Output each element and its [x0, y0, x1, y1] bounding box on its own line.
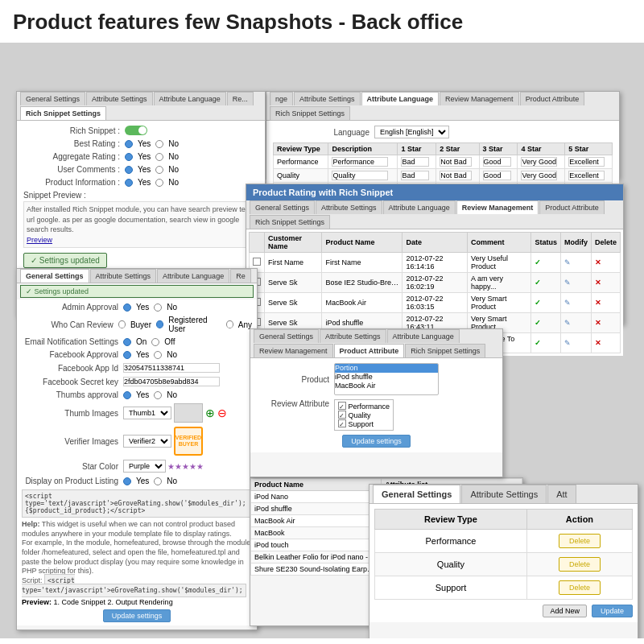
- status-check: ✓: [535, 339, 541, 347]
- buyer-radio[interactable]: [118, 320, 126, 328]
- qual-desc-input[interactable]: [332, 171, 388, 180]
- tab-gen-b[interactable]: General Settings: [373, 485, 460, 503]
- preview-link[interactable]: Preview: [27, 236, 52, 244]
- user-comments-no[interactable]: [155, 166, 163, 174]
- perf-1star[interactable]: [401, 157, 429, 167]
- perf-5star[interactable]: [568, 157, 605, 167]
- delete-button[interactable]: ✕: [595, 279, 601, 287]
- attr-qual-check[interactable]: [338, 411, 346, 419]
- tab-re[interactable]: Re...: [227, 92, 254, 105]
- tab-attr-language[interactable]: Attribute Language: [361, 92, 440, 105]
- language-select[interactable]: English [English]: [374, 126, 449, 138]
- modify-button[interactable]: ✎: [564, 279, 571, 287]
- gensettings-update-button[interactable]: Update settings: [103, 609, 171, 622]
- delete-button[interactable]: ✕: [595, 339, 601, 347]
- tab-attr-s[interactable]: Attribute Settings: [86, 92, 153, 105]
- verifier-select[interactable]: Verifier2: [123, 435, 171, 448]
- tab-rich-pa[interactable]: Rich Snippet Settings: [405, 344, 485, 357]
- tab-attr-l[interactable]: Attribute Language: [154, 92, 226, 105]
- tab-rev-pa[interactable]: Review Management: [254, 344, 333, 357]
- fb-no[interactable]: [154, 351, 162, 359]
- qual-3star[interactable]: [483, 171, 511, 180]
- perf-4star[interactable]: [521, 157, 557, 167]
- add-new-button[interactable]: Add New: [543, 605, 587, 617]
- reguser-radio[interactable]: [156, 320, 163, 328]
- tab-attr-gs[interactable]: Attribute Settings: [90, 269, 157, 283]
- prodattr-update-button[interactable]: Update settings: [342, 435, 411, 448]
- display-no[interactable]: [154, 477, 162, 485]
- modify-button[interactable]: ✎: [564, 319, 571, 327]
- admin-no[interactable]: [154, 303, 162, 312]
- tab-gen-pa[interactable]: General Settings: [254, 329, 319, 343]
- remove-thumb-icon[interactable]: ⊖: [217, 407, 227, 419]
- perf-3star[interactable]: [483, 157, 511, 167]
- tab-attr-set[interactable]: Attribute Settings: [316, 200, 382, 214]
- user-comments-yes[interactable]: [125, 166, 133, 174]
- tab-attr-b[interactable]: Attribute Settings: [461, 485, 547, 503]
- fb-appid-input[interactable]: [123, 363, 220, 373]
- tab-review-m[interactable]: Review Management: [456, 200, 539, 214]
- thumbs-yes[interactable]: [123, 391, 131, 399]
- delete-perf-button[interactable]: Delete: [559, 534, 601, 548]
- tab-attr-pa[interactable]: Attribute Settings: [320, 329, 386, 343]
- tab-prod-a[interactable]: Product Attribute: [539, 200, 605, 214]
- delete-button[interactable]: ✕: [595, 258, 601, 266]
- tab-rich-snippet[interactable]: Rich Snippet Settings: [270, 106, 350, 120]
- col-review-type: Review Type: [274, 143, 328, 155]
- tab-attr-settings[interactable]: Attribute Settings: [294, 92, 361, 105]
- display-yes[interactable]: [123, 477, 131, 485]
- fb-yes[interactable]: [123, 351, 131, 359]
- aggregate-no[interactable]: [155, 153, 163, 161]
- fb-secret-input[interactable]: [123, 377, 220, 386]
- tab-product-attr[interactable]: Product Attribute: [520, 92, 585, 105]
- fb-secret-row: Facebook Secret key: [22, 377, 252, 386]
- add-thumb-icon[interactable]: ⊕: [205, 407, 215, 419]
- best-rating-no[interactable]: [155, 140, 163, 148]
- any-radio[interactable]: [226, 320, 233, 328]
- on-radio[interactable]: [123, 338, 131, 346]
- qual-5star[interactable]: [568, 171, 605, 180]
- thumb-select[interactable]: Thumb1: [123, 407, 171, 419]
- delete-supp-button[interactable]: Delete: [559, 580, 601, 595]
- modify-button[interactable]: ✎: [564, 258, 571, 266]
- delete-qual-button[interactable]: Delete: [559, 557, 601, 572]
- tab-rich-snip[interactable]: Rich Snippet Settings: [250, 215, 330, 229]
- admin-yes[interactable]: [123, 303, 131, 312]
- modify-button[interactable]: ✎: [564, 339, 571, 347]
- aggregate-yes[interactable]: [125, 153, 133, 161]
- tab-attr-lang[interactable]: Attribute Language: [383, 200, 456, 214]
- attr-supp-check[interactable]: [338, 419, 346, 427]
- qual-1star[interactable]: [401, 171, 429, 180]
- delete-button[interactable]: ✕: [595, 319, 601, 327]
- tab-gen[interactable]: General Settings: [20, 92, 85, 105]
- bottom-update-button[interactable]: Update: [592, 605, 633, 617]
- tab-gen-gs[interactable]: General Settings: [20, 269, 89, 283]
- tab-re-gs[interactable]: Re: [230, 269, 251, 283]
- best-rating-yes[interactable]: [125, 140, 133, 148]
- row-checkbox[interactable]: [253, 258, 261, 266]
- perf-desc-input[interactable]: [332, 157, 388, 167]
- off-radio[interactable]: [151, 338, 159, 346]
- tab-review-mgmt[interactable]: Review Management: [440, 92, 519, 105]
- script-area[interactable]: <script type='text/javascript'>eGroveRat…: [22, 489, 252, 518]
- product-select[interactable]: Portion iPod shuffle MacBook Air: [334, 363, 439, 395]
- script2-area[interactable]: <script type='text/javascript'>eGroveRat…: [22, 574, 246, 597]
- toggle-on[interactable]: [125, 126, 147, 135]
- modify-button[interactable]: ✎: [564, 299, 571, 307]
- tab-nge[interactable]: nge: [270, 92, 293, 105]
- product-info-no[interactable]: [155, 179, 163, 187]
- star-color-select[interactable]: Purple: [123, 460, 166, 473]
- qual-2star[interactable]: [440, 171, 472, 180]
- tab-att-b[interactable]: Att: [547, 485, 576, 503]
- thumbs-no[interactable]: [154, 391, 162, 399]
- attr-perf-check[interactable]: [338, 402, 346, 410]
- delete-button[interactable]: ✕: [595, 299, 601, 307]
- tab-rich-s[interactable]: Rich Snippet Settings: [20, 106, 106, 120]
- perf-2star[interactable]: [440, 157, 472, 167]
- tab-gen-s[interactable]: General Settings: [250, 200, 315, 214]
- tab-lang-pa[interactable]: Attribute Language: [387, 329, 460, 343]
- qual-4star[interactable]: [521, 171, 557, 180]
- tab-lang-gs[interactable]: Attribute Language: [157, 269, 229, 283]
- product-info-yes[interactable]: [125, 179, 133, 187]
- tab-prodattr-pa[interactable]: Product Attribute: [334, 344, 405, 357]
